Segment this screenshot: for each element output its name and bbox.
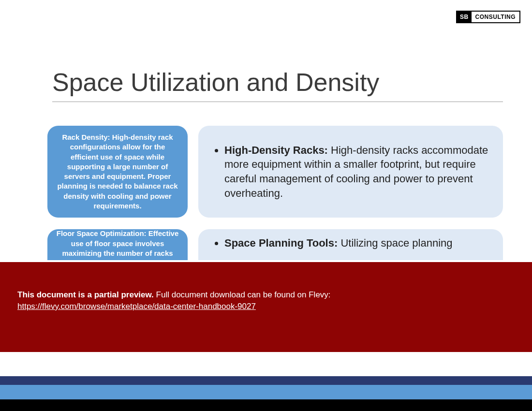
footer-bar-navy — [0, 376, 532, 385]
row2-pill: Floor Space Optimization: Effective use … — [47, 229, 188, 260]
row2-panel: Space Planning Tools: Utilizing space pl… — [198, 229, 503, 260]
slide-title: Space Utilization and Density — [52, 68, 503, 102]
overlay-link[interactable]: https://flevy.com/browse/marketplace/dat… — [17, 302, 515, 311]
footer-bar-black — [0, 399, 532, 411]
overlay-suffix: Full document download can be found on F… — [154, 290, 331, 299]
preview-overlay: This document is a partial preview. Full… — [0, 262, 532, 352]
row1-bullet-heading: High-Density Racks: — [224, 144, 328, 156]
row2-list: Space Planning Tools: Utilizing space pl… — [216, 236, 453, 250]
row1-panel: High-Density Racks: High-density racks a… — [198, 126, 503, 218]
row2-bullet: Space Planning Tools: Utilizing space pl… — [224, 236, 453, 250]
logo-consulting: CONSULTING — [472, 12, 519, 22]
row1-bullet: High-Density Racks: High-density racks a… — [224, 143, 489, 201]
content-row-1: Rack Density: High-density rack configur… — [47, 126, 503, 218]
row1-pill: Rack Density: High-density rack configur… — [47, 126, 188, 218]
logo-sb: SB — [457, 12, 472, 22]
row2-bullet-body: Utilizing space planning — [338, 237, 452, 249]
content-row-2: Floor Space Optimization: Effective use … — [47, 229, 503, 260]
row1-list: High-Density Racks: High-density racks a… — [216, 143, 489, 201]
content-area: Rack Density: High-density rack configur… — [47, 126, 503, 272]
brand-logo: SB CONSULTING — [456, 11, 520, 23]
row2-bullet-heading: Space Planning Tools: — [224, 237, 338, 249]
overlay-bold: This document is a partial preview. — [17, 290, 154, 299]
slide-container: SB CONSULTING Space Utilization and Dens… — [0, 0, 532, 411]
footer-bar-blue — [0, 385, 532, 399]
overlay-text: This document is a partial preview. Full… — [17, 290, 515, 300]
